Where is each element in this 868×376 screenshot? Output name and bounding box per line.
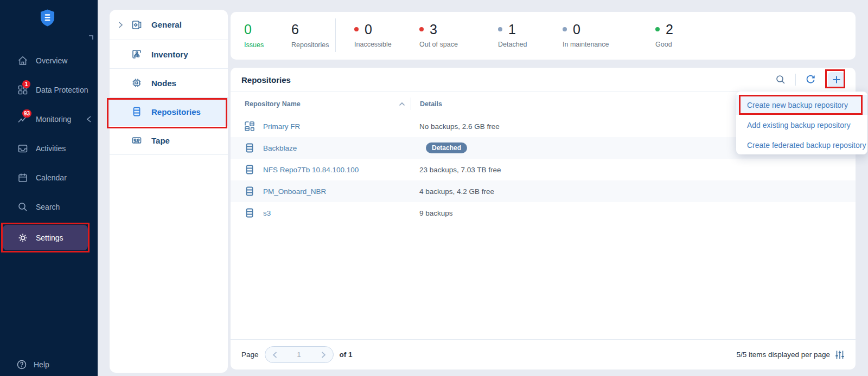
sidebar-item-label: Search <box>36 203 60 211</box>
stat-label: Issues <box>244 41 264 49</box>
next-page-button[interactable] <box>321 352 326 358</box>
general-gear-panel-icon <box>131 20 142 30</box>
stat-value: 3 <box>430 22 437 37</box>
monitoring-pulse-icon: 93 <box>17 114 28 125</box>
submenu-item-label: Tape <box>151 136 170 145</box>
repository-icon <box>244 164 255 175</box>
stat-label: Detached <box>498 41 527 48</box>
sidebar-item-monitoring[interactable]: 93 Monitoring <box>0 105 98 134</box>
menu-item-create-new-backup-repository[interactable]: Create new backup repository <box>736 95 867 115</box>
federated-repository-icon <box>244 121 255 132</box>
table-row[interactable]: s3 9 backups <box>231 202 856 224</box>
submenu-item-label: Inventory <box>151 50 188 59</box>
page-label: Page <box>241 351 259 359</box>
search-icon <box>17 202 28 212</box>
tape-cassette-icon <box>131 135 142 146</box>
stat-inaccessible: 0 Inaccessible <box>354 22 392 48</box>
stat-repositories: 6 Repositories <box>291 22 329 49</box>
search-icon[interactable] <box>775 74 786 85</box>
submenu-item-tape[interactable]: Tape <box>110 126 228 155</box>
add-repository-dropdown-menu: Create new backup repository Add existin… <box>736 92 867 154</box>
submenu-item-inventory[interactable]: Inventory <box>110 40 228 69</box>
nodes-cpu-icon <box>131 77 142 88</box>
stat-value: 6 <box>291 22 329 37</box>
app-logo-shield-icon <box>40 9 55 27</box>
stat-detached: 1 Detached <box>498 22 527 48</box>
calendar-icon <box>17 172 28 183</box>
inventory-icon <box>131 49 142 60</box>
items-per-page-label: 5/5 items displayed per page <box>736 351 830 359</box>
column-header-repository-name[interactable]: Repository Name <box>245 100 301 108</box>
status-dot-green <box>655 27 660 31</box>
sidebar-item-search[interactable]: Search <box>0 192 98 222</box>
current-page-value[interactable]: 1 <box>297 351 301 359</box>
previous-page-button[interactable] <box>272 352 277 358</box>
page-of-label: of 1 <box>340 351 353 359</box>
divider <box>335 18 336 52</box>
menu-item-create-federated-backup-repository[interactable]: Create federated backup repository <box>736 135 867 155</box>
status-dot-red <box>354 27 359 31</box>
status-dot-slate <box>498 27 502 31</box>
sidebar-item-label: Monitoring <box>36 115 71 124</box>
divider <box>795 74 796 86</box>
data-protection-grid-icon: 1 <box>17 85 28 95</box>
repository-name: NFS Repo7Tb 10.84.100.100 <box>263 166 359 174</box>
submenu-item-nodes[interactable]: Nodes <box>110 69 228 98</box>
sidebar-item-label: Data Protection <box>36 86 88 94</box>
stat-value: 0 <box>365 22 372 37</box>
sidebar-item-label: Activities <box>36 144 66 153</box>
stat-in-maintenance: 0 In maintenance <box>563 22 609 48</box>
sidebar-item-label: Settings <box>36 234 63 242</box>
sidebar-item-label: Overview <box>36 56 67 65</box>
stat-label: Out of space <box>419 41 458 48</box>
submenu-item-label: General <box>151 20 182 29</box>
stat-issues: 0 Issues <box>244 22 264 49</box>
repositories-summary-card: 0 Issues 6 Repositories 0 Inaccessible 3… <box>231 12 856 60</box>
stat-label: In maintenance <box>563 41 609 48</box>
submenu-item-general[interactable]: General <box>110 10 228 40</box>
stat-value: 0 <box>244 22 264 37</box>
stat-value: 0 <box>573 22 580 37</box>
sidebar-item-help[interactable]: Help <box>0 353 98 376</box>
sidebar-expand-corner-icon[interactable] <box>88 35 93 40</box>
refresh-icon[interactable] <box>805 74 816 85</box>
stat-good: 2 Good <box>655 22 673 48</box>
repository-icon <box>131 106 142 117</box>
monitoring-badge: 93 <box>22 109 31 118</box>
repository-details: 23 backups, 7.03 TB free <box>419 166 501 174</box>
sidebar-item-data-protection[interactable]: 1 Data Protection <box>0 75 98 105</box>
activities-inbox-icon <box>17 143 28 154</box>
menu-item-add-existing-backup-repository[interactable]: Add existing backup repository <box>736 115 867 135</box>
sidebar-item-label: Help <box>34 360 49 369</box>
stat-value: 2 <box>666 22 673 37</box>
detached-status-badge: Detached <box>426 142 467 153</box>
table-row[interactable]: PM_Onboard_NBR 4 backups, 4.2 GB free <box>231 180 856 202</box>
sort-ascending-caret-icon[interactable] <box>399 102 405 106</box>
repository-icon <box>244 208 255 218</box>
sidebar-item-overview[interactable]: Overview <box>0 46 98 75</box>
panel-title: Repositories <box>241 75 291 85</box>
repository-name: Backblaze <box>263 144 297 152</box>
main-sidebar: Overview 1 Data Protection 93 Monitoring… <box>0 0 98 376</box>
stat-out-of-space: 3 Out of space <box>419 22 458 48</box>
stat-label: Good <box>655 41 673 48</box>
table-row[interactable]: NFS Repo7Tb 10.84.100.100 23 backups, 7.… <box>231 159 856 180</box>
chevron-right-icon[interactable] <box>118 22 123 28</box>
repository-name: PM_Onboard_NBR <box>263 187 326 196</box>
repository-icon <box>244 142 255 153</box>
items-per-page-sliders-icon[interactable] <box>835 350 845 360</box>
add-repository-button[interactable] <box>828 72 845 88</box>
repository-details: No backups, 2.6 GB free <box>419 122 500 131</box>
sidebar-item-settings[interactable]: Settings <box>3 225 88 250</box>
divider <box>411 98 411 110</box>
data-protection-badge: 1 <box>22 80 30 88</box>
repository-name: s3 <box>263 209 271 217</box>
sidebar-item-calendar[interactable]: Calendar <box>0 163 98 192</box>
collapse-chevron-left-icon[interactable] <box>86 116 92 122</box>
home-icon <box>17 55 28 66</box>
submenu-item-repositories[interactable]: Repositories <box>110 98 228 126</box>
stat-value: 1 <box>508 22 516 37</box>
sidebar-item-activities[interactable]: Activities <box>0 134 98 163</box>
repository-icon <box>244 186 255 197</box>
column-header-details[interactable]: Details <box>420 100 442 108</box>
